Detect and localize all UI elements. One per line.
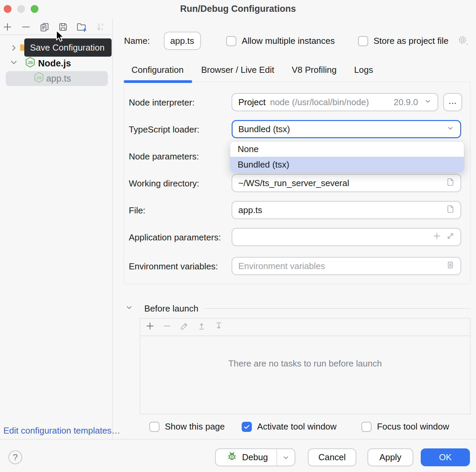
focus-tool-window-option[interactable]: Focus tool window — [361, 421, 449, 432]
name-input[interactable] — [164, 32, 201, 50]
show-this-page-checkbox[interactable] — [149, 422, 159, 432]
chevron-down-icon[interactable] — [125, 303, 133, 314]
node-interpreter-combobox[interactable]: Project node (/usr/local/bin/node) 20.9.… — [232, 93, 438, 111]
working-directory-field[interactable] — [232, 174, 461, 192]
footer-options: Show this page Activate tool window Focu… — [149, 421, 449, 432]
before-launch-toolbar — [140, 319, 470, 336]
node-parameters-label: Node parameters: — [129, 151, 199, 162]
debug-button[interactable]: Debug — [215, 448, 295, 466]
allow-multiple-instances-option[interactable]: Allow multiple instances — [226, 36, 335, 46]
browse-file-icon[interactable] — [446, 204, 455, 216]
tab-logs[interactable]: Logs — [354, 65, 373, 75]
bug-icon — [227, 451, 237, 464]
activate-tool-window-option[interactable]: Activate tool window — [242, 421, 337, 432]
typescript-loader-label: TypeScript loader: — [129, 124, 200, 135]
focus-tool-window-label: Focus tool window — [377, 421, 449, 432]
chevron-down-icon[interactable] — [9, 57, 19, 70]
help-button[interactable]: ? — [8, 450, 22, 464]
chevron-right-icon[interactable] — [9, 43, 19, 55]
environment-variables-input[interactable] — [238, 261, 442, 271]
node-interpreter-browse-button[interactable]: ... — [443, 93, 462, 111]
check-icon — [243, 423, 250, 431]
store-as-project-checkbox[interactable] — [358, 36, 368, 46]
application-parameters-label: Application parameters: — [129, 232, 221, 243]
edit-configuration-templates-link[interactable]: Edit configuration templates… — [3, 425, 120, 436]
file-input[interactable] — [238, 205, 442, 215]
edit-task-icon[interactable] — [180, 321, 189, 333]
add-configuration-icon[interactable] — [2, 22, 13, 32]
activate-tool-window-label: Activate tool window — [257, 421, 337, 432]
debug-dropdown-chevron[interactable] — [277, 453, 295, 462]
name-label: Name: — [124, 36, 150, 46]
working-directory-input[interactable] — [238, 178, 442, 188]
expand-editor-icon[interactable] — [446, 231, 455, 243]
before-launch-divider — [204, 308, 471, 309]
new-folder-icon[interactable] — [76, 22, 87, 32]
tab-browser-live-edit[interactable]: Browser / Live Edit — [201, 65, 274, 75]
svg-text:a: a — [101, 22, 103, 26]
tree-item-label: app.ts — [46, 73, 71, 84]
nodejs-icon: JS — [25, 57, 35, 70]
nodejs-icon-dimmed: JS — [34, 72, 44, 85]
cancel-button[interactable]: Cancel — [308, 448, 356, 466]
node-interpreter-value: Project — [238, 97, 266, 108]
working-directory-label: Working directory: — [129, 178, 199, 189]
allow-multiple-label: Allow multiple instances — [242, 36, 335, 46]
move-down-icon[interactable] — [214, 321, 224, 333]
tooltip-text: Save Configuration — [30, 42, 105, 53]
chevron-down-icon — [446, 124, 455, 135]
sidebar-divider — [112, 19, 113, 439]
store-as-project-label: Store as project file — [374, 36, 449, 46]
typescript-loader-value: Bundled (tsx) — [238, 124, 446, 135]
allow-multiple-checkbox[interactable] — [226, 36, 236, 46]
show-this-page-label: Show this page — [165, 421, 225, 432]
activate-tool-window-checkbox[interactable] — [242, 422, 252, 432]
popup-option-bundled-tsx[interactable]: Bundled (tsx) — [230, 157, 464, 172]
before-launch-empty-text: There are no tasks to run before launch — [140, 358, 470, 369]
copy-configuration-icon[interactable] — [39, 22, 50, 32]
application-parameters-field[interactable] — [232, 228, 461, 246]
chevron-down-icon — [281, 453, 290, 462]
tab-configuration[interactable]: Configuration — [131, 65, 184, 75]
typescript-loader-combobox[interactable]: Bundled (tsx) — [232, 120, 461, 138]
ok-button[interactable]: OK — [421, 448, 470, 466]
svg-text:z: z — [101, 27, 103, 31]
node-interpreter-label: Node interpreter: — [129, 97, 195, 108]
debug-split — [276, 449, 295, 466]
application-parameters-input[interactable] — [238, 232, 428, 242]
gear-icon[interactable] — [456, 34, 469, 50]
remove-task-icon[interactable] — [162, 321, 172, 333]
svg-text:JS: JS — [36, 75, 41, 80]
environment-variables-field[interactable] — [232, 257, 461, 275]
tree-group-label: Node.js — [38, 58, 71, 69]
selected-tab-indicator — [124, 80, 192, 83]
node-interpreter-path: node (/usr/local/bin/node) — [270, 97, 394, 108]
popup-option-none[interactable]: None — [230, 142, 464, 157]
file-label: File: — [129, 205, 145, 216]
sort-configurations-icon[interactable]: az — [95, 22, 106, 32]
apply-button[interactable]: Apply — [367, 448, 413, 466]
show-this-page-option[interactable]: Show this page — [149, 421, 225, 432]
browse-file-icon[interactable] — [446, 177, 455, 189]
chevron-down-icon — [423, 97, 432, 108]
store-as-project-option[interactable]: Store as project file — [358, 36, 449, 46]
focus-tool-window-checkbox[interactable] — [361, 422, 371, 432]
window-title: Run/Debug Configurations — [0, 4, 476, 14]
mouse-cursor — [55, 30, 65, 46]
debug-label: Debug — [242, 452, 268, 463]
add-task-icon[interactable] — [145, 321, 155, 333]
tree-item-appts[interactable]: JS app.ts — [6, 71, 108, 86]
remove-configuration-icon[interactable] — [21, 22, 31, 32]
typescript-loader-popup: None Bundled (tsx) — [230, 142, 464, 172]
move-up-icon[interactable] — [197, 321, 206, 333]
edit-variables-icon[interactable] — [446, 260, 455, 272]
tab-v8-profiling[interactable]: V8 Profiling — [292, 65, 336, 75]
footer-divider — [0, 439, 476, 440]
file-field[interactable] — [232, 201, 461, 219]
tree-group-nodejs[interactable]: JS Node.js — [0, 57, 112, 70]
config-tabs: Configuration Browser / Live Edit V8 Pro… — [131, 65, 373, 75]
before-launch-header: Before launch — [123, 303, 471, 314]
before-launch-box: There are no tasks to run before launch — [140, 318, 471, 414]
add-parameter-icon[interactable] — [432, 231, 442, 243]
save-configuration-tooltip: Save Configuration — [24, 38, 112, 57]
